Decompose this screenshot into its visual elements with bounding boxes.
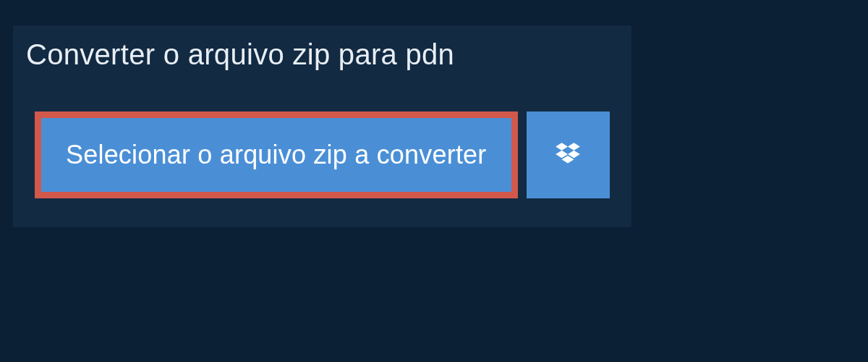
dropbox-icon bbox=[553, 140, 583, 170]
dropbox-button[interactable] bbox=[527, 111, 610, 198]
page-title: Converter o arquivo zip para pdn bbox=[26, 38, 454, 71]
tab-header: Converter o arquivo zip para pdn bbox=[13, 25, 473, 87]
converter-card: Converter o arquivo zip para pdn Selecio… bbox=[13, 25, 631, 227]
select-file-button[interactable]: Selecionar o arquivo zip a converter bbox=[35, 111, 518, 198]
action-row: Selecionar o arquivo zip a converter bbox=[13, 111, 631, 198]
